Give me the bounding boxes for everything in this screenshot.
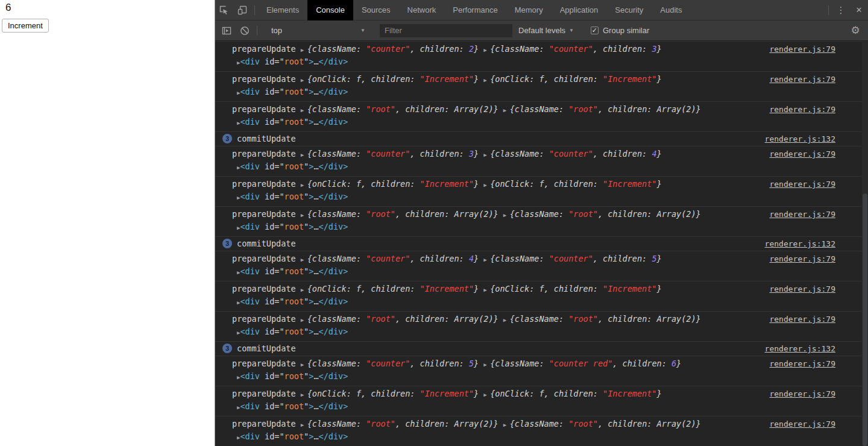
context-selector-value: top — [271, 26, 282, 35]
log-text: commitUpdate — [237, 238, 296, 249]
expand-triangle-icon[interactable]: ▶ — [483, 152, 490, 158]
source-link[interactable]: renderer.js:79 — [769, 43, 835, 55]
expand-triangle-icon[interactable]: ▶ — [483, 362, 490, 368]
token-plain: … — [313, 192, 318, 201]
token-tag: </div> — [319, 162, 348, 171]
inspect-element-icon[interactable] — [215, 2, 233, 19]
expand-triangle-icon[interactable]: ▶ — [301, 317, 307, 323]
source-link[interactable]: renderer.js:79 — [769, 148, 835, 160]
devtools-tabbar: ElementsConsoleSourcesNetworkPerformance… — [215, 0, 868, 20]
expand-triangle-icon[interactable]: ▶ — [301, 152, 307, 158]
expand-triangle-icon[interactable]: ▶ — [503, 107, 510, 113]
source-link[interactable]: renderer.js:132 — [765, 238, 835, 250]
counter-value: 6 — [5, 2, 215, 14]
token-str: "counter" — [366, 149, 410, 159]
token-plain: … — [313, 327, 318, 336]
tab-elements[interactable]: Elements — [258, 0, 307, 20]
tab-performance[interactable]: Performance — [444, 0, 506, 20]
expand-triangle-icon[interactable]: ▶ — [301, 212, 307, 218]
expand-triangle-icon[interactable]: ▶ — [301, 182, 307, 188]
source-link[interactable]: renderer.js:79 — [769, 253, 835, 265]
token-obj: , children: — [395, 104, 454, 114]
expand-triangle-icon[interactable]: ▶ — [503, 422, 510, 428]
source-link[interactable]: renderer.js:79 — [769, 418, 835, 430]
token-attr: id — [265, 401, 274, 411]
console-panel: prepareUpdate ▶ {className: "counter", c… — [215, 41, 868, 446]
clear-console-icon[interactable] — [236, 22, 254, 39]
expand-triangle-icon[interactable]: ▶ — [503, 317, 510, 323]
source-link[interactable]: renderer.js:79 — [769, 209, 835, 220]
expand-triangle-icon[interactable]: ▶ — [301, 77, 307, 83]
token-obj: } — [474, 44, 483, 54]
token-str: "root" — [366, 314, 395, 324]
expand-triangle-icon[interactable]: ▶ — [301, 422, 307, 428]
source-link[interactable]: renderer.js:79 — [769, 358, 835, 369]
token-obj: , children: — [410, 44, 469, 54]
token-attr: id — [265, 371, 274, 381]
group-similar-checkbox[interactable]: ✓ — [591, 27, 599, 34]
token-val: root — [285, 57, 304, 66]
token-obj: {onClick: — [307, 389, 356, 398]
source-link[interactable]: renderer.js:79 — [769, 104, 835, 115]
levels-dropdown[interactable]: Default levels ▼ — [518, 26, 574, 35]
tab-audits[interactable]: Audits — [652, 0, 690, 20]
expand-triangle-icon[interactable]: ▶ — [301, 257, 307, 263]
source-link[interactable]: renderer.js:79 — [769, 74, 835, 85]
expand-triangle-icon[interactable]: ▶ — [301, 47, 307, 53]
expand-triangle-icon[interactable]: ▶ — [483, 77, 490, 83]
settings-gear-icon[interactable]: ⚙ — [849, 24, 862, 37]
token-func: Array(2) — [454, 314, 494, 324]
expand-triangle-icon[interactable]: ▶ — [483, 287, 490, 293]
tab-memory[interactable]: Memory — [506, 0, 552, 20]
token-obj: , children: — [612, 359, 671, 368]
scrollbar-thumb[interactable] — [863, 193, 867, 446]
tab-security[interactable]: Security — [606, 0, 652, 20]
token-plain: =" — [274, 162, 284, 171]
source-link[interactable]: renderer.js:79 — [769, 388, 835, 400]
console-sidebar-icon[interactable] — [218, 22, 236, 39]
token-obj: , children: — [598, 104, 657, 114]
token-obj: {onClick: — [490, 284, 539, 294]
expand-triangle-icon[interactable]: ▶ — [483, 47, 490, 53]
source-link[interactable]: renderer.js:79 — [769, 313, 835, 325]
expand-triangle-icon[interactable]: ▶ — [483, 257, 490, 263]
expand-triangle-icon[interactable]: ▶ — [301, 362, 307, 368]
group-similar-label: Group similar — [603, 26, 649, 35]
token-str: "root" — [568, 104, 598, 114]
token-str: "root" — [366, 209, 395, 219]
increment-button[interactable]: Increment — [2, 19, 49, 33]
token-str: "root" — [366, 104, 395, 114]
close-icon[interactable]: ✕ — [850, 2, 868, 19]
console-log-entry: prepareUpdate ▶ {onClick: f, children: "… — [215, 71, 868, 101]
expand-triangle-icon[interactable]: ▶ — [301, 392, 307, 398]
expand-triangle-icon[interactable]: ▶ — [503, 212, 510, 218]
expand-triangle-icon[interactable]: ▶ — [483, 182, 490, 188]
expand-triangle-icon[interactable]: ▶ — [483, 392, 490, 398]
token-tag: <div — [240, 297, 265, 306]
source-link[interactable]: renderer.js:79 — [769, 283, 835, 295]
expand-triangle-icon[interactable]: ▶ — [301, 287, 307, 293]
token-str: "root" — [366, 419, 395, 429]
tab-console[interactable]: Console — [307, 0, 353, 20]
tab-network[interactable]: Network — [399, 0, 445, 20]
tab-application[interactable]: Application — [552, 0, 607, 20]
context-selector[interactable]: top ▼ — [266, 26, 370, 35]
token-obj: , children: — [410, 254, 469, 263]
source-link[interactable]: renderer.js:132 — [765, 133, 835, 145]
source-link[interactable]: renderer.js:132 — [765, 343, 835, 354]
kebab-menu-icon[interactable]: ⋮ — [832, 2, 850, 19]
token-plain: prepareUpdate — [232, 389, 301, 398]
token-str: "Increment" — [420, 284, 474, 294]
token-val: root — [285, 401, 304, 411]
expand-triangle-icon[interactable]: ▶ — [301, 107, 307, 113]
token-val: root — [285, 371, 304, 381]
device-toolbar-icon[interactable] — [233, 2, 251, 19]
filter-input[interactable] — [380, 24, 512, 37]
token-obj: , children: — [361, 284, 420, 294]
token-plain: … — [313, 57, 318, 66]
token-obj: , children: — [598, 419, 657, 429]
tab-sources[interactable]: Sources — [353, 0, 399, 20]
source-link[interactable]: renderer.js:79 — [769, 178, 835, 190]
token-obj: {className: — [510, 314, 569, 324]
console-scrollbar[interactable] — [862, 41, 868, 446]
